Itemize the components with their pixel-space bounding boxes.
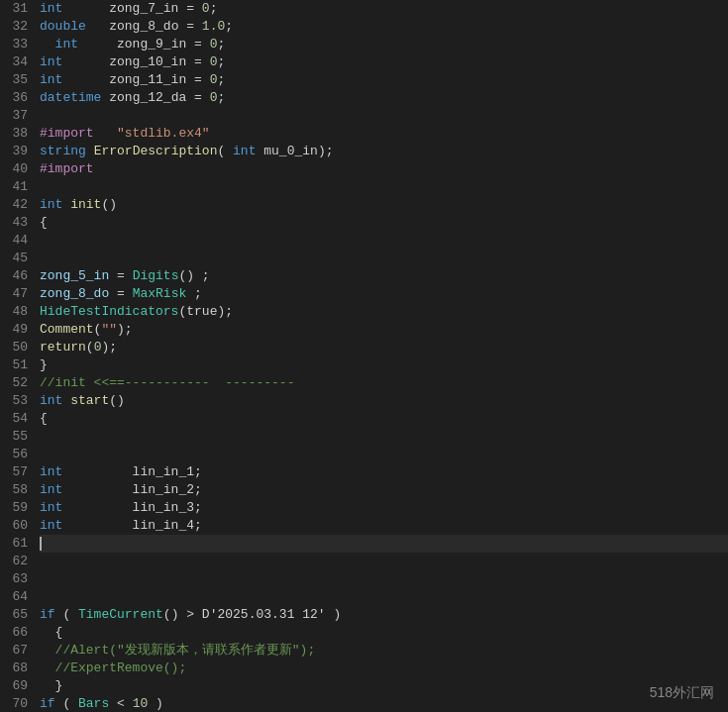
token: (	[217, 144, 233, 158]
line-number: 41	[4, 178, 28, 196]
line-number: 32	[4, 18, 28, 36]
token: )	[148, 696, 163, 711]
line-number: 42	[4, 196, 28, 214]
code-line: int zong_9_in = 0;	[40, 36, 728, 53]
token: ;	[225, 19, 233, 34]
code-line	[40, 446, 728, 463]
token: //ExpertRemove();	[40, 661, 186, 675]
line-number: 36	[4, 89, 28, 107]
token: int	[233, 144, 256, 158]
token: double	[40, 19, 86, 34]
line-number: 38	[4, 125, 28, 143]
token: zong_10_in =	[62, 54, 209, 69]
token: init	[70, 197, 101, 212]
token: {	[40, 411, 48, 426]
token: )	[326, 607, 342, 622]
code-line: int lin_in_3;	[40, 499, 728, 517]
token: <	[109, 696, 132, 711]
token: int	[40, 518, 62, 533]
line-number: 57	[4, 463, 28, 481]
code-line: int lin_in_2;	[40, 481, 728, 499]
token: int	[40, 197, 62, 212]
code-line	[40, 535, 728, 553]
code-line	[40, 250, 728, 267]
code-line: //init <<==----------- ---------	[40, 374, 728, 392]
line-number: 68	[4, 660, 28, 677]
token: //Alert("发现新版本，请联系作者更新");	[40, 643, 315, 658]
line-number: 53	[4, 392, 28, 410]
code-line: //Alert("发现新版本，请联系作者更新");	[40, 642, 728, 660]
code-line: return(0);	[40, 339, 728, 356]
token: ;	[217, 37, 225, 51]
line-number: 61	[4, 535, 28, 553]
code-line	[40, 428, 728, 446]
token: lin_in_4;	[62, 518, 201, 533]
code-line: int init()	[40, 196, 728, 214]
token: zong_5_in	[40, 268, 109, 283]
line-number: 39	[4, 143, 28, 160]
code-line: Comment("");	[40, 321, 728, 339]
token: ErrorDescription	[94, 144, 218, 158]
line-number: 31	[4, 0, 28, 18]
token: ()	[109, 393, 125, 408]
token: start	[70, 393, 109, 408]
token: (	[55, 696, 78, 711]
code-line: zong_8_do = MaxRisk ;	[40, 285, 728, 303]
code-line: HideTestIndicators(true);	[40, 303, 728, 321]
code-line: string ErrorDescription( int mu_0_in);	[40, 143, 728, 160]
code-line	[40, 178, 728, 196]
token	[94, 126, 117, 141]
code-line: int start()	[40, 392, 728, 410]
line-number: 46	[4, 267, 28, 285]
code-line: #import "stdlib.ex4"	[40, 125, 728, 143]
token: zong_9_in =	[78, 37, 210, 51]
token: lin_in_3;	[62, 500, 201, 515]
line-number: 52	[4, 374, 28, 392]
code-content[interactable]: int zong_7_in = 0;double zong_8_do = 1.0…	[36, 0, 728, 712]
token: (	[55, 607, 78, 622]
code-line: zong_5_in = Digits() ;	[40, 267, 728, 285]
code-line	[40, 570, 728, 588]
line-number: 37	[4, 107, 28, 125]
code-line: #import	[40, 160, 728, 178]
token: mu_0_in);	[256, 144, 333, 158]
line-number: 55	[4, 428, 28, 446]
token: (true);	[178, 304, 233, 319]
token: if	[40, 696, 55, 711]
token: int	[55, 37, 78, 51]
token: TimeCurrent	[78, 607, 163, 622]
token: ;	[217, 90, 225, 105]
line-number: 54	[4, 410, 28, 428]
token	[40, 37, 55, 51]
token: Bars	[78, 696, 109, 711]
token: int	[40, 482, 62, 497]
line-number: 43	[4, 214, 28, 232]
code-line: if ( TimeCurrent() > D'2025.03.31 12' )	[40, 606, 728, 624]
token: int	[40, 464, 62, 479]
token: zong_7_in =	[62, 1, 201, 16]
code-line: double zong_8_do = 1.0;	[40, 18, 728, 36]
code-editor: 3132333435363738394041424344454647484950…	[0, 0, 728, 712]
token: lin_in_1;	[62, 464, 201, 479]
token: int	[40, 1, 62, 16]
line-number: 33	[4, 36, 28, 53]
token: );	[101, 340, 117, 355]
token: ()	[101, 197, 117, 212]
token: ;	[210, 1, 218, 16]
line-numbers: 3132333435363738394041424344454647484950…	[0, 0, 36, 712]
line-number: 66	[4, 624, 28, 642]
token	[86, 144, 94, 158]
line-number: 35	[4, 71, 28, 89]
watermark: 518外汇网	[644, 682, 720, 704]
token: zong_12_da =	[101, 90, 209, 105]
token: ;	[186, 286, 202, 301]
code-line	[40, 107, 728, 125]
token: }	[40, 357, 48, 372]
code-line: int zong_11_in = 0;	[40, 71, 728, 89]
token: #import	[40, 161, 94, 176]
token: "stdlib.ex4"	[117, 126, 210, 141]
token: (	[86, 340, 94, 355]
code-line: {	[40, 410, 728, 428]
line-number: 51	[4, 356, 28, 374]
code-line	[40, 553, 728, 570]
